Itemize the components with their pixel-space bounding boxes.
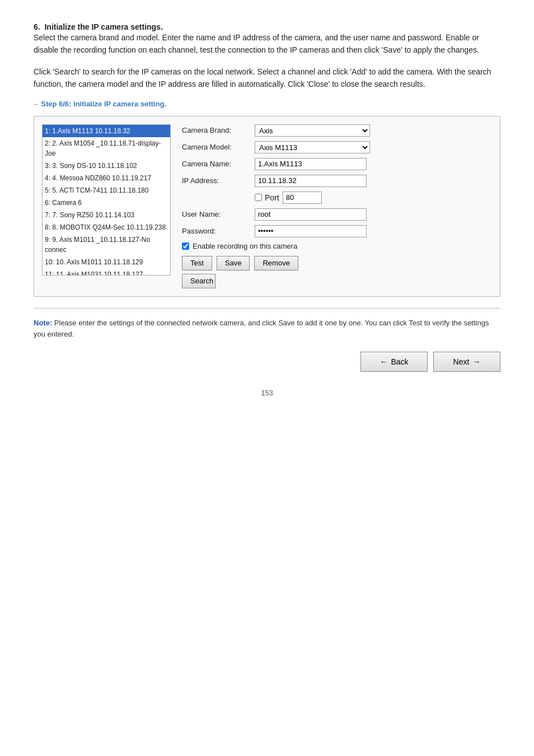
port-input[interactable] [283,192,322,204]
page-number: 153 [34,389,500,397]
search-button[interactable]: Search [182,274,216,288]
note-bold: Note: [34,319,52,327]
test-button[interactable]: Test [182,256,212,270]
camera-name-label: Camera Name: [182,160,255,168]
camera-brand-label: Camera Brand: [182,126,255,134]
list-item[interactable]: 1: 1.Axis M1113 10.11.18.32 [43,125,170,137]
save-button[interactable]: Save [217,256,250,270]
intro-paragraph-2: Click 'Search' to search for the IP came… [34,66,500,91]
ip-address-label: IP Address: [182,176,255,185]
next-arrow-icon: → [472,357,480,366]
password-label: Password: [182,227,255,235]
user-name-row: User Name: [182,208,492,221]
camera-model-label: Camera Model: [182,143,255,151]
enable-recording-label: Enable recording on this camera [193,242,297,250]
nav-row: ← Back Next → [34,352,500,372]
list-item[interactable]: 5: 5. ACTi TCM-7411 10.11.18.180 [43,184,170,197]
camera-form: Camera Brand: AxisSonyMessoaACTiMOBOTIXA… [182,124,492,288]
list-item[interactable]: 10: 10. Axis M1011 10.11.18.129 [43,256,170,268]
password-row: Password: [182,225,492,237]
step-number: 6. Initialize the IP camera settings. [34,22,500,31]
port-checkbox[interactable] [255,194,262,201]
list-item[interactable]: 11: 11. Axis M1031 10.11.18.127 [43,268,170,276]
remove-button[interactable]: Remove [254,256,298,270]
list-item[interactable]: 9: 9. Axis M1011 _10.11.18.127-No connec [43,234,170,256]
back-button-label: Back [391,357,408,366]
camera-model-row: Camera Model: Axis M1113Axis M1054Axis M… [182,141,492,153]
note-section: Note: Please enter the settings of the c… [34,318,500,341]
password-input[interactable] [255,225,367,237]
port-label: Port [265,193,279,202]
action-buttons: Test Save Remove Search [182,256,492,288]
note-text: Please enter the settings of the connect… [34,319,489,339]
ip-address-row: IP Address: [182,175,492,187]
enable-recording-row: Enable recording on this camera [182,242,492,250]
list-item[interactable]: 2: 2. Axis M1054 _10.11.18.71-display-Jo… [43,137,170,160]
user-name-label: User Name: [182,210,255,218]
intro-paragraph-1: Select the camera brand and model. Enter… [34,31,500,57]
camera-model-select[interactable]: Axis M1113Axis M1054Axis M1011Axis M1031… [255,141,370,153]
main-panel: 1: 1.Axis M1113 10.11.18.322: 2. Axis M1… [34,116,500,297]
port-row: Port [182,192,492,204]
next-button-label: Next [453,357,470,366]
next-button[interactable]: Next → [433,352,500,372]
user-name-input[interactable] [255,208,367,221]
divider [34,308,500,309]
list-item[interactable]: 7: 7. Sony RZ50 10.11.14.103 [43,209,170,221]
ip-address-input[interactable] [255,175,367,187]
camera-list[interactable]: 1: 1.Axis M1113 10.11.18.322: 2. Axis M1… [42,124,171,276]
list-item[interactable]: 3: 3. Sony DS-10 10.11.18.102 [43,160,170,172]
list-item[interactable]: 4: 4. Messoa NDZ860 10.11.19.217 [43,172,170,184]
camera-name-row: Camera Name: [182,158,492,170]
step-header: 6. Initialize the IP camera settings. [34,22,500,31]
list-item[interactable]: 6: Camera 6 [43,197,170,209]
step-label: Step 6/6: Initialize IP camera setting. [34,100,500,108]
camera-brand-select[interactable]: AxisSonyMessoaACTiMOBOTIXAreconti-Pro [255,124,370,137]
back-arrow-icon: ← [380,357,387,366]
camera-name-input[interactable] [255,158,367,170]
list-item[interactable]: 8: 8. MOBOTIX Q24M-Sec 10.11.19.238 [43,221,170,234]
enable-recording-checkbox[interactable] [182,242,189,250]
back-button[interactable]: ← Back [360,352,428,372]
camera-brand-row: Camera Brand: AxisSonyMessoaACTiMOBOTIXA… [182,124,492,137]
